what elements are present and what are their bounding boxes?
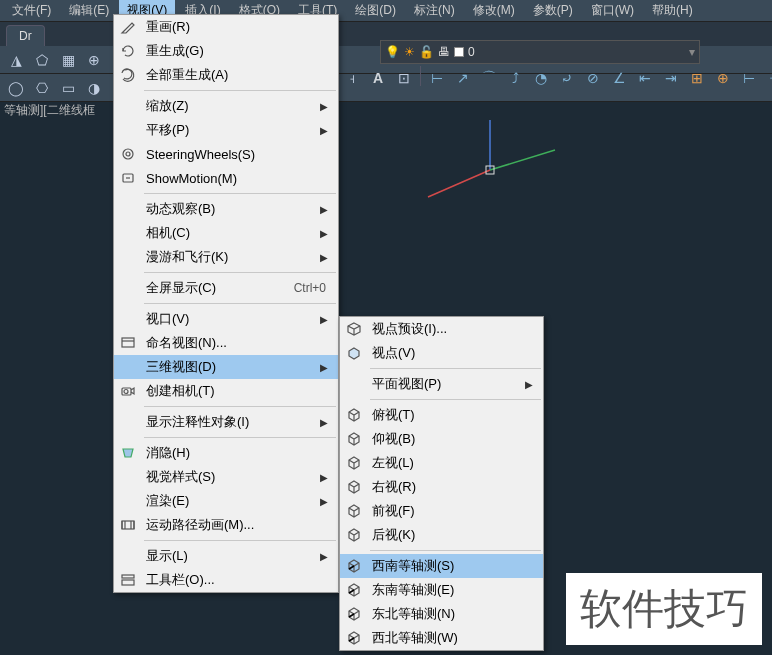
menu-item[interactable]: 全屏显示(C)Ctrl+0 [114,276,338,300]
menu-item[interactable]: 视点预设(I)... [340,317,543,341]
menu-item-label: 漫游和飞行(K) [142,248,320,266]
dim-q6-icon[interactable]: ⊣ [763,66,772,90]
menu-item[interactable]: 西南等轴测(S) [340,554,543,578]
dim-icon-2[interactable]: ⊡ [392,66,416,90]
menu-item[interactable]: 视口(V)▶ [114,307,338,331]
menu-item[interactable]: 显示(L)▶ [114,544,338,568]
menu-item-label: 显示注释性对象(I) [142,413,320,431]
tool-l2-icon[interactable]: ▭ [56,76,80,100]
menu-item[interactable]: SteeringWheels(S) [114,142,338,166]
menu-item[interactable]: 重画(R) [114,15,338,39]
submenu-arrow-icon: ▶ [320,125,332,136]
menu-item[interactable]: 工具栏(O)... [114,568,338,592]
layer-control[interactable]: 💡 ☀ 🔓 🖶 0 ▾ [380,40,700,64]
menu-item-label: 东北等轴测(N) [368,605,537,623]
dim-q4-icon[interactable]: ⊕ [711,66,735,90]
dim-jog-icon[interactable]: ⤾ [555,66,579,90]
dim-linear-icon[interactable]: ⊢ [425,66,449,90]
menu-draw[interactable]: 绘图(D) [347,0,404,21]
submenu-arrow-icon: ▶ [320,314,332,325]
tool-grid-icon[interactable]: ▦ [56,48,80,72]
menu-window[interactable]: 窗口(W) [583,0,642,21]
dim-icon-1[interactable]: ⫞ [340,66,364,90]
menu-edit[interactable]: 编辑(E) [61,0,117,21]
dim-q2-icon[interactable]: ⇥ [659,66,683,90]
menu-item[interactable]: 全部重生成(A) [114,63,338,87]
menu-item-label: ShowMotion(M) [142,171,332,186]
menu-dim[interactable]: 标注(N) [406,0,463,21]
menu-item[interactable]: 仰视(B) [340,427,543,451]
menu-modify[interactable]: 修改(M) [465,0,523,21]
menu-item[interactable]: 创建相机(T) [114,379,338,403]
menu-item-label: 渲染(E) [142,492,320,510]
menu-item[interactable]: 缩放(Z)▶ [114,94,338,118]
menu-item[interactable]: 运动路径动画(M)... [114,513,338,537]
menu-separator [144,193,336,194]
menu-separator [144,303,336,304]
menu-item-label: 全屏显示(C) [142,279,294,297]
menu-item[interactable]: 相机(C)▶ [114,221,338,245]
svg-point-5 [126,152,130,156]
menu-item[interactable]: 渲染(E)▶ [114,489,338,513]
dim-aligned-icon[interactable]: ↗ [451,66,475,90]
dim-ord-icon[interactable]: ⤴ [503,66,527,90]
menu-item[interactable]: 重生成(G) [114,39,338,63]
menu-item[interactable]: 前视(F) [340,499,543,523]
menu-item[interactable]: 漫游和飞行(K)▶ [114,245,338,269]
blank-icon [114,544,142,568]
menu-item-label: 右视(R) [368,478,537,496]
text-icon[interactable]: A [366,66,390,90]
tool-target-icon[interactable]: ⊕ [82,48,106,72]
svg-point-4 [123,149,133,159]
dim-rad-icon[interactable]: ◔ [529,66,553,90]
menu-item[interactable]: 动态观察(B)▶ [114,197,338,221]
menu-item[interactable]: 视觉样式(S)▶ [114,465,338,489]
menu-item-label: 创建相机(T) [142,382,332,400]
menu-separator [144,90,336,91]
menu-item[interactable]: 视点(V) [340,341,543,365]
menu-item-label: 缩放(Z) [142,97,320,115]
watermark: 软件技巧 [566,573,762,645]
dim-q1-icon[interactable]: ⇤ [633,66,657,90]
menu-item-label: 运动路径动画(M)... [142,516,332,534]
dim-dia-icon[interactable]: ⊘ [581,66,605,90]
menu-item[interactable]: 显示注释性对象(I)▶ [114,410,338,434]
view-status-label: 等轴测][二维线框 [4,102,95,119]
menu-item[interactable]: 命名视图(N)... [114,331,338,355]
tool-l1-icon[interactable]: ⎔ [30,76,54,100]
menu-param[interactable]: 参数(P) [525,0,581,21]
tool-l3-icon[interactable]: ◑ [82,76,106,100]
menu-item[interactable]: 左视(L) [340,451,543,475]
wheel-icon [114,142,142,166]
submenu-arrow-icon: ▶ [320,362,332,373]
submenu-arrow-icon: ▶ [320,496,332,507]
svg-rect-12 [122,580,134,585]
menu-item[interactable]: 俯视(T) [340,403,543,427]
menu-item[interactable]: 东北等轴测(N) [340,602,543,626]
menu-file[interactable]: 文件(F) [4,0,59,21]
menu-item[interactable]: 右视(R) [340,475,543,499]
cube-icon [340,403,368,427]
menu-help[interactable]: 帮助(H) [644,0,701,21]
menu-item[interactable]: 三维视图(D)▶ [114,355,338,379]
tool-shape-icon[interactable]: ⬠ [30,48,54,72]
tool-ellipse-icon[interactable]: ◯ [4,76,28,100]
menu-item[interactable]: ShowMotion(M) [114,166,338,190]
chevron-down-icon[interactable]: ▾ [689,45,695,59]
menu-item[interactable]: 西北等轴测(W) [340,626,543,650]
dim-q5-icon[interactable]: ⊢ [737,66,761,90]
dim-q3-icon[interactable]: ⊞ [685,66,709,90]
blank-icon [114,221,142,245]
vp-preset-icon [340,317,368,341]
dim-ang-icon[interactable]: ∠ [607,66,631,90]
menu-item[interactable]: 后视(K) [340,523,543,547]
menu-item[interactable]: 消隐(H) [114,441,338,465]
tool-mirror-icon[interactable]: ◮ [4,48,28,72]
submenu-arrow-icon: ▶ [320,551,332,562]
menu-item-label: 视口(V) [142,310,320,328]
dim-arc-icon[interactable]: ⌒ [477,66,501,90]
menu-item[interactable]: 平面视图(P)▶ [340,372,543,396]
drawing-tab[interactable]: Dr [6,25,45,46]
menu-item[interactable]: 平移(P)▶ [114,118,338,142]
menu-item[interactable]: 东南等轴测(E) [340,578,543,602]
